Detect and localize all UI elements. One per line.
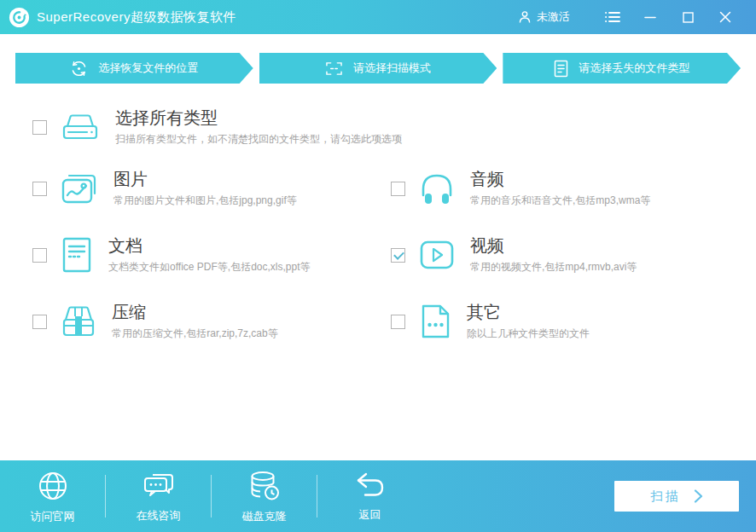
file-type-card-all[interactable]: 选择所有类型 扫描所有类型文件，如不清楚找回的文件类型，请勾选此项选项 <box>32 107 756 147</box>
file-type-desc: 常用的图片文件和图片,包括jpg,png,gif等 <box>113 194 297 208</box>
step-label: 选择恢复文件的位置 <box>98 61 198 76</box>
footer-item-label: 访问官网 <box>31 509 75 524</box>
minimize-icon <box>644 11 656 23</box>
scan-button[interactable]: 扫描 <box>614 481 739 512</box>
recovery-icon <box>70 60 88 78</box>
maximize-icon <box>683 12 694 23</box>
document-step-icon <box>554 60 568 78</box>
checkbox-video[interactable] <box>391 248 405 263</box>
online-support-button[interactable]: 在线咨询 <box>106 460 211 532</box>
maximize-button[interactable] <box>669 0 707 34</box>
visit-website-button[interactable]: 访问官网 <box>0 460 105 532</box>
checkbox-other[interactable] <box>391 315 405 329</box>
file-type-desc: 文档类文件如office PDF等,包括doc,xls,ppt等 <box>108 260 311 275</box>
archive-icon <box>59 303 98 340</box>
image-icon <box>59 170 100 207</box>
close-button[interactable] <box>707 0 744 34</box>
file-type-card-document[interactable]: 文档 文档类文件如office PDF等,包括doc,xls,ppt等 <box>32 235 391 275</box>
user-icon <box>518 10 532 24</box>
disk-clone-icon <box>247 469 282 503</box>
checkbox-archive[interactable] <box>32 315 47 329</box>
footer-item-label: 磁盘克隆 <box>242 509 287 524</box>
file-type-desc: 常用的压缩文件,包括rar,zip,7z,cab等 <box>112 327 278 341</box>
checkbox-document[interactable] <box>32 248 47 263</box>
file-type-desc: 常用的音乐和语音文件,包括mp3,wma等 <box>470 194 650 208</box>
file-type-desc: 除以上几种文件类型的文件 <box>467 327 590 341</box>
headphones-icon <box>417 170 457 207</box>
step-label: 请选择扫描模式 <box>353 61 431 76</box>
file-type-title: 图片 <box>113 169 297 190</box>
footer-item-label: 返回 <box>359 507 381 523</box>
app-title: SuperRecovery超级数据恢复软件 <box>37 9 236 26</box>
activation-label: 未激活 <box>537 9 570 25</box>
back-button[interactable]: 返回 <box>317 460 422 532</box>
chevron-right-icon <box>694 489 703 503</box>
step-wizard: 选择恢复文件的位置 请选择扫描模式 请选择丢失的文件类型 <box>15 53 741 84</box>
chat-icon <box>141 470 177 502</box>
footer-toolbar: 访问官网 在线咨询 磁盘克 <box>0 460 756 532</box>
checkbox-image[interactable] <box>32 182 47 196</box>
activation-status[interactable]: 未激活 <box>518 9 570 25</box>
globe-icon <box>36 469 70 503</box>
titlebar: SuperRecovery超级数据恢复软件 未激活 <box>0 0 756 34</box>
play-icon <box>417 238 457 272</box>
minimize-button[interactable] <box>631 0 669 34</box>
file-type-title: 视频 <box>470 235 637 257</box>
file-type-title: 其它 <box>467 302 590 323</box>
file-type-title: 压缩 <box>112 302 278 323</box>
file-type-title: 选择所有类型 <box>115 107 402 129</box>
file-type-card-other[interactable]: 其它 除以上几种文件类型的文件 <box>391 302 756 341</box>
list-menu-icon <box>605 11 620 23</box>
file-type-title: 音频 <box>470 169 650 190</box>
file-type-panel: 选择所有类型 扫描所有类型文件，如不清楚找回的文件类型，请勾选此项选项 图片 <box>0 84 756 460</box>
file-other-icon <box>417 302 453 341</box>
file-type-desc: 扫描所有类型文件，如不清楚找回的文件类型，请勾选此项选项 <box>115 132 402 147</box>
drive-icon <box>59 109 102 145</box>
checkbox-audio[interactable] <box>391 182 405 196</box>
step-label: 请选择丢失的文件类型 <box>579 61 689 76</box>
scan-mode-icon <box>325 61 343 77</box>
close-icon <box>719 11 731 23</box>
footer-item-label: 在线咨询 <box>137 508 181 523</box>
app-logo-icon <box>9 7 30 28</box>
scan-button-label: 扫描 <box>651 489 680 505</box>
step-file-types[interactable]: 请选择丢失的文件类型 <box>503 53 741 84</box>
disk-clone-button[interactable]: 磁盘克隆 <box>212 460 317 532</box>
step-scan-mode[interactable]: 请选择扫描模式 <box>259 53 497 84</box>
document-icon <box>59 235 95 275</box>
file-type-grid: 图片 常用的图片文件和图片,包括jpg,png,gif等 音频 常用的音乐和语音… <box>32 169 756 341</box>
app-window: SuperRecovery超级数据恢复软件 未激活 <box>0 0 756 532</box>
file-type-desc: 常用的视频文件,包括mp4,rmvb,avi等 <box>470 260 637 275</box>
file-type-title: 文档 <box>108 235 311 257</box>
step-select-location[interactable]: 选择恢复文件的位置 <box>15 53 253 84</box>
file-type-card-image[interactable]: 图片 常用的图片文件和图片,包括jpg,png,gif等 <box>32 169 391 208</box>
back-arrow-icon <box>353 471 387 501</box>
menu-button[interactable] <box>594 0 631 34</box>
checkbox-all-types[interactable] <box>32 120 47 135</box>
file-type-card-audio[interactable]: 音频 常用的音乐和语音文件,包括mp3,wma等 <box>391 169 756 208</box>
file-type-card-archive[interactable]: 压缩 常用的压缩文件,包括rar,zip,7z,cab等 <box>32 302 391 341</box>
file-type-card-video[interactable]: 视频 常用的视频文件,包括mp4,rmvb,avi等 <box>391 235 756 275</box>
